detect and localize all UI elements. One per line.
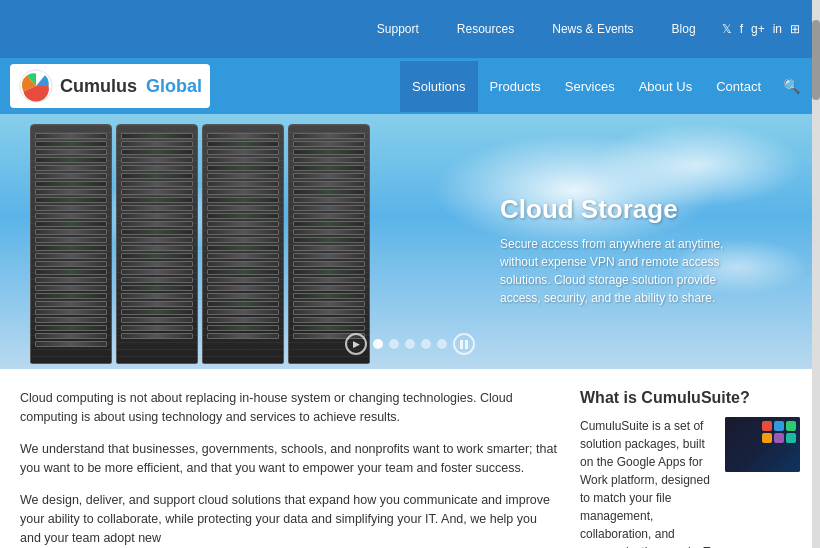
rack-unit xyxy=(121,213,193,219)
twitter-icon[interactable]: 𝕏 xyxy=(722,22,732,36)
rack-unit xyxy=(35,317,107,323)
rack-unit xyxy=(293,309,365,315)
linkedin-icon[interactable]: in xyxy=(773,22,782,36)
rack-unit xyxy=(293,245,365,251)
slider-dot-2[interactable] xyxy=(389,339,399,349)
slider-dot-4[interactable] xyxy=(421,339,431,349)
slider-dot-5[interactable] xyxy=(437,339,447,349)
rack-unit xyxy=(121,165,193,171)
rack-unit xyxy=(121,285,193,291)
rack-unit xyxy=(121,237,193,243)
slider-play-button[interactable]: ▶ xyxy=(345,333,367,355)
rack-unit xyxy=(293,261,365,267)
rack-unit xyxy=(121,189,193,195)
rack-unit xyxy=(293,253,365,259)
rack-unit xyxy=(35,325,107,331)
app-icon-4 xyxy=(762,433,772,443)
slider-pause-button[interactable] xyxy=(453,333,475,355)
googleplus-icon[interactable]: g+ xyxy=(751,22,765,36)
app-icon-1 xyxy=(762,421,772,431)
rack-unit xyxy=(207,213,279,219)
rack-unit xyxy=(207,229,279,235)
rack-unit xyxy=(207,253,279,259)
rack-unit xyxy=(121,317,193,323)
rack-unit xyxy=(293,157,365,163)
rack-unit xyxy=(207,301,279,307)
rack-unit xyxy=(35,181,107,187)
rack-unit xyxy=(121,325,193,331)
logo-global: Global xyxy=(146,76,202,96)
rack-unit xyxy=(35,341,107,347)
sidebar-body: CumuluSuite is a set of solution package… xyxy=(580,417,800,548)
rack-unit xyxy=(121,245,193,251)
rack-unit xyxy=(293,213,365,219)
social-icons: 𝕏 f g+ in ⊞ xyxy=(722,22,800,36)
pause-bar-right xyxy=(465,340,468,349)
logo-icon xyxy=(18,68,54,104)
rack-unit xyxy=(35,245,107,251)
top-news-link[interactable]: News & Events xyxy=(540,4,645,54)
scrollbar-thumb[interactable] xyxy=(812,20,820,100)
logo-area: Cumulus Global xyxy=(10,64,210,108)
logo-cumulus: Cumulus xyxy=(60,76,137,96)
nav-services[interactable]: Services xyxy=(553,61,627,112)
rack-unit xyxy=(207,317,279,323)
rack-unit xyxy=(121,157,193,163)
rack-unit xyxy=(35,237,107,243)
top-resources-link[interactable]: Resources xyxy=(445,4,526,54)
top-support-link[interactable]: Support xyxy=(365,4,431,54)
nav-about[interactable]: About Us xyxy=(627,61,704,112)
slider-dot-1[interactable] xyxy=(373,339,383,349)
app-icon-2 xyxy=(774,421,784,431)
rack-unit xyxy=(207,181,279,187)
rack-unit xyxy=(293,237,365,243)
rack-unit xyxy=(121,229,193,235)
rack-unit xyxy=(293,285,365,291)
rack-unit xyxy=(35,277,107,283)
rack-unit xyxy=(207,157,279,163)
rack-unit xyxy=(207,141,279,147)
rack-unit xyxy=(35,197,107,203)
rack-unit xyxy=(35,261,107,267)
rack-unit xyxy=(207,133,279,139)
rack-unit xyxy=(121,221,193,227)
search-icon[interactable]: 🔍 xyxy=(773,60,810,112)
rack-unit xyxy=(121,205,193,211)
paragraph-2: We understand that businesses, governmen… xyxy=(20,440,560,479)
rack-unit xyxy=(293,317,365,323)
rack-unit xyxy=(293,205,365,211)
rack-unit xyxy=(121,149,193,155)
nav-solutions[interactable]: Solutions xyxy=(400,61,477,112)
rack-unit xyxy=(121,333,193,339)
nav-products[interactable]: Products xyxy=(478,61,553,112)
app-icon-5 xyxy=(774,433,784,443)
rack-unit xyxy=(207,333,279,339)
rack-unit xyxy=(207,149,279,155)
sidebar-title: What is CumuluSuite? xyxy=(580,389,800,407)
rack-unit xyxy=(121,141,193,147)
nav-links: Solutions Products Services About Us Con… xyxy=(400,60,810,112)
facebook-icon[interactable]: f xyxy=(740,22,743,36)
rss-icon[interactable]: ⊞ xyxy=(790,22,800,36)
rack-unit xyxy=(293,269,365,275)
rack-unit xyxy=(121,309,193,315)
rack-unit xyxy=(207,309,279,315)
rack-unit xyxy=(207,277,279,283)
rack-unit xyxy=(35,301,107,307)
rack-unit xyxy=(35,173,107,179)
sidebar: What is CumuluSuite? CumuluSuite is a se… xyxy=(580,389,800,548)
top-blog-link[interactable]: Blog xyxy=(660,4,708,54)
sidebar-image xyxy=(725,417,800,472)
rack-unit xyxy=(35,229,107,235)
nav-contact[interactable]: Contact xyxy=(704,61,773,112)
rack-unit xyxy=(207,293,279,299)
rack-unit xyxy=(293,181,365,187)
page-scrollbar[interactable] xyxy=(812,0,820,548)
logo-text: Cumulus Global xyxy=(60,76,202,97)
slider-dot-3[interactable] xyxy=(405,339,415,349)
rack-unit xyxy=(35,293,107,299)
rack-unit xyxy=(207,205,279,211)
hero-title: Cloud Storage xyxy=(500,194,760,225)
rack-unit xyxy=(35,269,107,275)
app-icon-3 xyxy=(786,421,796,431)
